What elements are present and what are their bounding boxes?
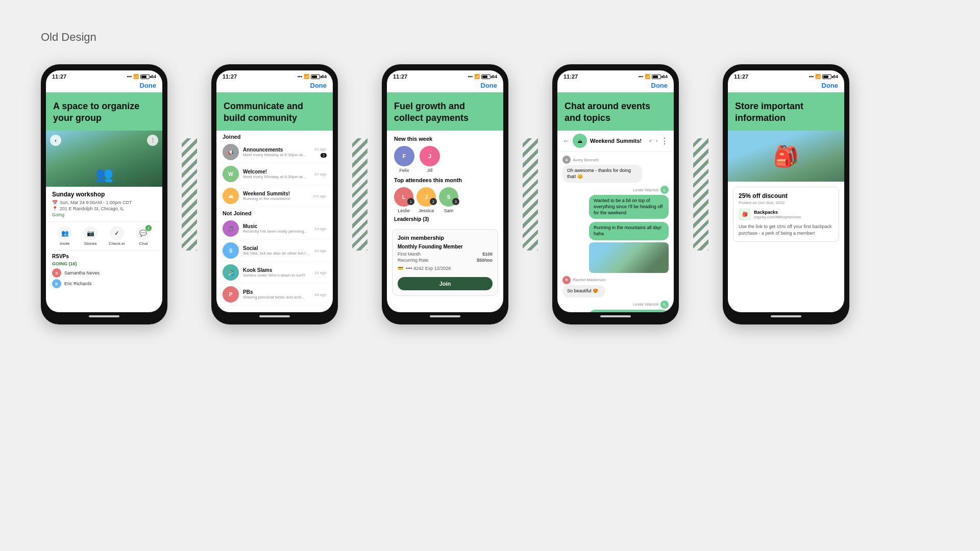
channel-welcome[interactable]: W Welcome! Meet every Monday at 6:30pm a…	[216, 163, 333, 185]
join-membership-card: Join membership Monthly Founding Member …	[392, 229, 498, 296]
channel-social[interactable]: S Social We hike, but we also do other f…	[216, 240, 333, 262]
msg-avatar-leslie1: L	[660, 186, 669, 194]
new-members-row: F Felix J Jill	[394, 146, 496, 173]
msg-sender-4: R Rachel Masterson	[562, 276, 605, 284]
avatar-felix: F	[394, 146, 414, 166]
phones-row: 11:27 ▪▪▪ 📶 64 Done A space to organize …	[41, 64, 849, 324]
discount-brand: 🎒 Backpacks osprey.com/fillthopherines	[739, 208, 834, 220]
msg-avatar-rachel: R	[562, 276, 571, 284]
stripe-3	[523, 138, 538, 251]
brand-name: Backpacks	[754, 210, 801, 215]
top-attendees-row: L 1 Leslie J 2 Jessica S 3 Sam	[394, 187, 496, 213]
join-membership-title: Join membership	[398, 235, 493, 241]
store-hero-image: 🎒	[728, 131, 844, 182]
status-icons-1: ▪▪▪ 📶 64	[127, 74, 156, 79]
action-icons: 👥 Invite 📷 Stories ✓ Check-in 💬3 Chat	[46, 222, 162, 251]
going-label: GOING (16)	[52, 261, 156, 266]
channel-list: Joined 📢 Announcements Meet every Monday…	[216, 131, 333, 312]
discount-title: 25% off discount	[739, 192, 834, 199]
card-row: 💳 •••• 4242 Exp 12/2026	[398, 266, 493, 271]
attendee-sam: S 3 Sam	[439, 187, 458, 213]
channel-avatar-kook: 🏄	[223, 264, 239, 281]
channel-avatar-ann: 📢	[223, 144, 239, 160]
status-icons-4: ▪▪▪📶 64	[638, 74, 668, 79]
status-time-3: 11:27	[393, 73, 407, 80]
status-time-4: 11:27	[564, 73, 578, 80]
phone5-header: Store important information	[728, 92, 844, 131]
channel-weekend[interactable]: ⛰ Weekend Summits! Running in the mounta…	[216, 185, 333, 207]
invite-action[interactable]: 👥 Invite	[58, 226, 72, 246]
chat-more-btn[interactable]: ⋮	[660, 136, 669, 146]
leadership-label: Leadership (3)	[394, 216, 496, 222]
chat-group-avatar: ⛰	[573, 134, 587, 148]
event-location: 📍201 E Randolph St, Chicago, IL	[52, 206, 156, 211]
channel-pbs[interactable]: P PBs Sharing personal bests and achi...…	[216, 284, 333, 306]
done-btn-1[interactable]: Done	[140, 82, 157, 89]
home-bar-4	[600, 315, 631, 317]
status-time-2: 11:27	[223, 73, 237, 80]
msg-5: Leslie Warrick L I'll keep y'all posted …	[589, 300, 669, 313]
msg-bubble-2: Wanted to be a bit on top of everything …	[589, 195, 669, 219]
top-attendees-label: Top attendees this month	[394, 177, 496, 183]
home-bar-1	[89, 315, 119, 317]
chat-messages: A Avery Bennett Oh awesome - thanks for …	[557, 152, 674, 312]
status-icons-5: ▪▪▪📶 64	[808, 74, 838, 79]
rank-badge-3: 3	[452, 198, 459, 205]
msg-bubble-5: I'll keep y'all posted on my trip, but S…	[589, 310, 669, 313]
chat-action[interactable]: 💬3 Chat	[136, 226, 151, 246]
rank-badge-1: 1	[407, 198, 414, 205]
status-time-5: 11:27	[734, 73, 748, 80]
channel-avatar-social: S	[223, 242, 239, 259]
stories-action[interactable]: 📷 Stories	[83, 226, 97, 246]
msg-avatar-leslie2: L	[660, 300, 669, 309]
rsvp-person-2: E Eric Richards	[52, 279, 156, 288]
chevron-icon: ›	[656, 138, 657, 143]
verified-icon: ✓	[649, 138, 653, 143]
phone-2: 11:27 ▪▪▪📶 64 Done Communicate and build…	[211, 64, 338, 324]
msg-sender-5: Leslie Warrick L	[589, 300, 669, 309]
msg-bubble-3: Running in the mountains all day! haha	[589, 222, 669, 240]
new-member-jill: J Jill	[420, 146, 440, 173]
phone-3: 11:27 ▪▪▪📶 64 Done Fuel growth and colle…	[382, 64, 508, 324]
channel-music[interactable]: 🎵 Music Recently I've been really jammin…	[216, 218, 333, 240]
done-btn-4[interactable]: Done	[651, 82, 668, 89]
stripe-1	[182, 138, 197, 251]
phone4-header: Chat around events and topics	[557, 92, 674, 131]
home-bar-3	[430, 315, 460, 317]
join-button[interactable]: Join	[398, 277, 493, 290]
channel-kook[interactable]: 🏄 Kook Slams Surfers unite! Who's down t…	[216, 262, 333, 284]
msg-4: R Rachel Masterson So beautiful 😍	[562, 276, 605, 297]
chat-back-btn[interactable]: ←	[562, 137, 570, 145]
checkin-action[interactable]: ✓ Check-in	[109, 226, 125, 246]
more-options[interactable]: ⋮	[147, 135, 158, 146]
event-title: Sunday workshop	[52, 191, 156, 198]
back-arrow[interactable]: ‹	[50, 135, 61, 146]
new-member-felix: F Felix	[394, 146, 414, 173]
not-joined-section: Not Joined	[216, 207, 333, 218]
done-btn-5[interactable]: Done	[822, 82, 839, 89]
msg-bubble-4: So beautiful 😍	[562, 285, 605, 297]
stripe-2	[352, 138, 368, 251]
discount-card: 25% off discount Posted on Oct 31st, 202…	[733, 187, 839, 242]
msg-2: Leslie Warrick L Wanted to be a bit on t…	[589, 186, 669, 219]
avatar-jill: J	[420, 146, 440, 166]
phone1-header: A space to organize your group	[46, 92, 162, 131]
msg-sender-1: A Avery Bennett	[562, 156, 642, 164]
channel-avatar-pbs: P	[223, 286, 239, 303]
event-going: Going	[52, 212, 156, 217]
done-btn-2[interactable]: Done	[310, 82, 327, 89]
status-icons-3: ▪▪▪📶 64	[468, 74, 497, 79]
event-card: Sunday workshop 📅Sun, Mar 24 9:00AM - 1:…	[46, 187, 162, 222]
done-btn-3[interactable]: Done	[481, 82, 498, 89]
channel-announcements[interactable]: 📢 Announcements Meet every Monday at 6:3…	[216, 141, 333, 163]
msg-3: Running in the mountains all day! haha	[589, 222, 669, 272]
avatar-samantha: S	[52, 268, 61, 278]
first-month-row: First Month $100	[398, 252, 493, 257]
card-number: •••• 4242 Exp 12/2026	[406, 266, 451, 271]
payments-content: New this week F Felix J Jill Top attende…	[387, 131, 503, 229]
plan-name: Monthly Founding Member	[398, 244, 493, 249]
stripe-4	[693, 138, 708, 251]
rsvp-person-1: S Samantha Neves	[52, 268, 156, 278]
chat-mountain-image	[589, 242, 669, 273]
attendee-leslie: L 1 Leslie	[394, 187, 413, 213]
